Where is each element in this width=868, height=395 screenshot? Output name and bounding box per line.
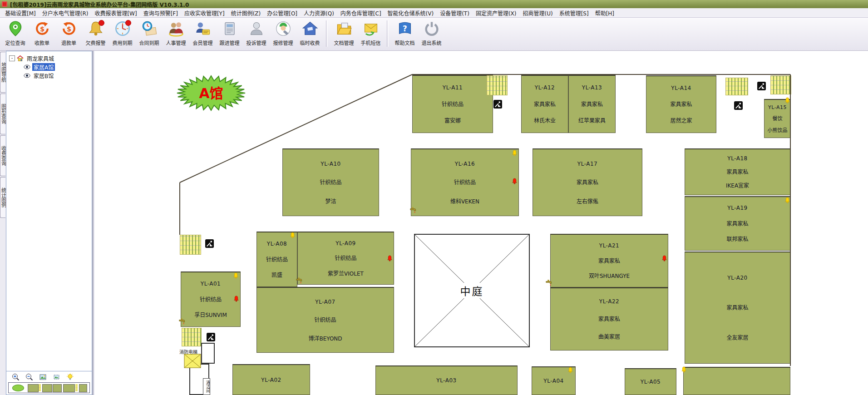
side-tab-0[interactable]: 地图导航 — [0, 52, 5, 93]
toolbar-button-money-out[interactable]: 退款单 — [55, 20, 82, 46]
menu-item-9[interactable]: 智能化仓储系统(V) — [385, 8, 437, 18]
unit-id: YL-A03 — [436, 377, 456, 384]
toolbar-button-label: 退款单 — [61, 39, 76, 46]
shop-unit-YL-A01[interactable]: YL-A01针织纺品孚日SUNVIM — [181, 272, 241, 327]
toolbar-button-clock[interactable]: 费用到期 — [109, 20, 136, 46]
shop-unit-YL-A18[interactable]: YL-A18家具家私IKEA宜家 — [685, 148, 790, 195]
toolbar-button-contract[interactable]: 合同到期 — [136, 20, 163, 46]
tree-item-0[interactable]: 家居A馆 — [8, 63, 90, 71]
menu-item-12[interactable]: 招商管理(U) — [519, 8, 556, 18]
shop-unit-unlabeled[interactable] — [683, 367, 790, 395]
shop-unit-YL-A05[interactable]: YL-A05 — [625, 368, 676, 395]
toolbar-button-complaint[interactable]: 投诉管理 — [243, 20, 270, 46]
toolbar-button-folder[interactable]: 文档管理 — [330, 20, 357, 46]
water-meter-icon — [178, 317, 186, 325]
menu-item-3[interactable]: 查询与预警[F] — [140, 8, 181, 18]
unit-id: YL-A22 — [599, 298, 619, 305]
tree-root-row[interactable]: -雨龙家具城 — [8, 54, 90, 63]
toolbar: 定位查询收款单退款单欠费报警费用到期合同到期人事管理会员管理跟进管理投诉管理报修… — [0, 18, 868, 51]
toolbar-button-label: 投诉管理 — [247, 39, 266, 46]
tree-item-label: 家居A馆 — [32, 63, 55, 71]
warning-bell-icon — [784, 197, 791, 204]
tree-expander[interactable]: - — [9, 55, 15, 61]
toolbar-button-help[interactable]: 帮助文档 — [391, 20, 418, 46]
unit-brand: 凯盛 — [271, 271, 282, 278]
unit-id: YL-A11 — [443, 84, 463, 91]
toolbar-button-bell[interactable]: 欠费报警 — [82, 20, 109, 46]
shop-unit-YL-A19[interactable]: YL-A19家具家私联邦家私 — [685, 196, 790, 251]
tree-item-1[interactable]: 家居B馆 — [8, 71, 90, 80]
side-tab-3[interactable]: 统计图例 — [0, 177, 5, 218]
shop-unit-YL-A14[interactable]: YL-A14家具家私居然之家 — [646, 75, 716, 133]
shop-unit-YL-A08[interactable]: YL-A08针织纺品凯盛 — [256, 232, 297, 287]
unit-brand: 富安娜 — [444, 116, 461, 124]
contract-icon — [141, 20, 158, 37]
menu-item-0[interactable]: 基础设置[M] — [2, 8, 39, 18]
shop-unit-YL-A12[interactable]: YL-A12家具家私林氏木业 — [521, 75, 568, 133]
toolbar-button-people[interactable]: 人事管理 — [163, 20, 189, 46]
toolbar-button-pin[interactable]: 定位查询 — [2, 20, 29, 46]
atrium: 中庭 — [414, 234, 530, 347]
toolbar-button-power[interactable]: 退出系统 — [418, 20, 445, 46]
toolbar-button-money-in[interactable]: 收款单 — [29, 20, 55, 46]
shop-unit-YL-A10[interactable]: YL-A10针织纺品梦洁 — [282, 148, 379, 216]
warning-bell-icon — [681, 366, 687, 373]
fit-view-button[interactable] — [38, 373, 47, 381]
unit-category: 针织纺品 — [314, 316, 336, 323]
shop-unit-YL-A11[interactable]: YL-A11针织纺品富安娜 — [412, 75, 493, 133]
menu-item-2[interactable]: 收费报表管理[W] — [91, 8, 140, 18]
toolbar-button-label: 收款单 — [35, 39, 49, 46]
tree-item-label: 家居B馆 — [32, 72, 55, 79]
shop-unit-YL-A22[interactable]: YL-A22家具家私曲美家居 — [550, 287, 668, 351]
shop-unit-YL-A20[interactable]: YL-A20家具家私全友家居 — [685, 252, 790, 364]
shop-unit-YL-A13[interactable]: YL-A13家具家私红苹果家具 — [568, 75, 616, 133]
unit-category: 家具家私 — [581, 100, 603, 108]
menu-item-14[interactable]: 帮助[H] — [592, 8, 617, 18]
menu-item-6[interactable]: 办公管理[O] — [264, 8, 301, 18]
side-tab-2[interactable]: 收费查询 — [0, 135, 5, 176]
unit-id: YL-A09 — [335, 240, 355, 247]
unit-id: YL-A08 — [267, 241, 287, 247]
shop-unit-YL-A16[interactable]: YL-A16针织纺品维科VEKEN — [411, 148, 519, 216]
toolbar-button-label: 欠费报警 — [86, 39, 106, 46]
menu-item-13[interactable]: 系统管理[S] — [556, 8, 592, 18]
menu-item-4[interactable]: 应收实收管理[Y] — [181, 8, 228, 18]
shop-unit-YL-A02[interactable]: YL-A02 — [232, 364, 310, 395]
toolbar-button-followup[interactable]: 跟进管理 — [216, 20, 243, 46]
shop-unit-YL-A15[interactable]: YL-A15餐饮小熊饮品 — [764, 99, 791, 138]
toolbar-button-label: 临时收费 — [300, 39, 320, 46]
zoom-out-button[interactable] — [25, 373, 34, 381]
menu-item-10[interactable]: 设备管理(T) — [437, 8, 473, 18]
menu-item-7[interactable]: 人力资源(Q) — [301, 8, 337, 18]
menu-item-5[interactable]: 统计图例(Z) — [228, 8, 264, 18]
followup-icon — [222, 20, 238, 37]
menu-item-11[interactable]: 固定资产管理(X) — [473, 8, 520, 18]
unit-category: 家具家私 — [726, 168, 748, 175]
shop-unit-YL-A21[interactable]: YL-A21家具家私双叶SHUANGYE — [550, 234, 668, 287]
menu-item-1[interactable]: 分户水电气管理(R) — [39, 8, 92, 18]
window-title: [包租婆2019]云南雨龙家具城物业系统办公平台-集团网络版 V10.3.1.0 — [10, 0, 189, 8]
unit-id: YL-A04 — [543, 378, 563, 384]
app-icon — [2, 1, 7, 7]
zoom-in-button[interactable] — [11, 373, 20, 381]
building-tree: -雨龙家具城家居A馆家居B馆 — [6, 51, 92, 371]
shop-unit-YL-A07[interactable]: YL-A07针织纺品博洋BEYOND — [256, 287, 394, 353]
alert-badge — [125, 20, 131, 26]
shop-unit-YL-A09[interactable]: YL-A09针织纺品紫罗兰VIOLET — [297, 232, 394, 285]
highlight-button[interactable] — [65, 373, 74, 381]
toolbar-separator — [326, 20, 328, 47]
toolbar-button-sms[interactable]: 手机短信 — [357, 20, 384, 46]
unit-brand: 全友家居 — [726, 333, 748, 341]
fit-selection-button[interactable] — [52, 373, 61, 381]
shop-unit-YL-A17[interactable]: YL-A17家具家私左右傢俬 — [533, 148, 642, 216]
side-tab-1[interactable]: 图形查询 — [0, 94, 5, 134]
minimap[interactable] — [8, 382, 90, 393]
unit-id: YL-A18 — [727, 155, 747, 162]
toolbar-button-housepay[interactable]: 临时收费 — [296, 20, 323, 46]
menu-item-8[interactable]: 内务仓库管理[C] — [337, 8, 385, 18]
toolbar-button-repair[interactable]: 报修管理 — [270, 20, 296, 46]
toolbar-button-member[interactable]: 会员管理 — [189, 20, 216, 46]
unit-id: YL-A19 — [727, 205, 747, 211]
money-out-icon — [61, 20, 77, 37]
shop-unit-YL-A03[interactable]: YL-A03 — [375, 365, 518, 395]
